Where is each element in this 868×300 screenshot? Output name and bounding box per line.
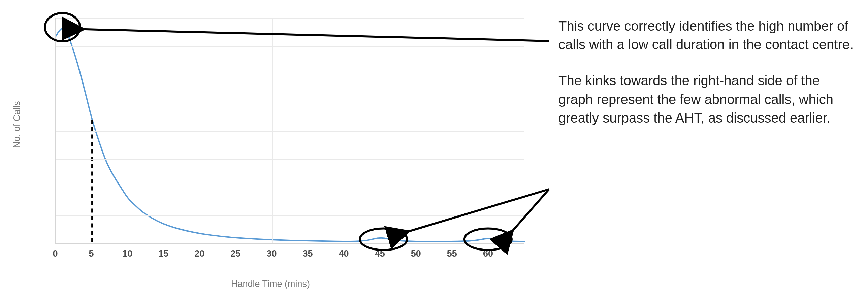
x-tick: 15 — [153, 248, 174, 259]
x-tick: 30 — [261, 248, 282, 259]
gridline-v — [525, 18, 525, 243]
x-tick: 20 — [189, 248, 210, 259]
gridline-h — [56, 18, 524, 19]
y-axis-label: No. of Calls — [12, 101, 22, 148]
x-tick: 60 — [478, 248, 498, 259]
gridline-v — [272, 18, 273, 243]
annotation-peak: This curve correctly identifies the high… — [558, 17, 855, 54]
x-tick: 5 — [81, 248, 101, 259]
x-tick: 45 — [370, 248, 390, 259]
gridline-h — [56, 215, 524, 216]
x-tick: 35 — [298, 248, 318, 259]
x-tick: 10 — [117, 248, 137, 259]
x-tick: 25 — [225, 248, 246, 259]
gridline-h — [56, 159, 524, 160]
annotation-text-panel: This curve correctly identifies the high… — [538, 0, 868, 300]
x-tick: 55 — [442, 248, 462, 259]
annotation-kinks: The kinks towards the right-hand side of… — [558, 71, 855, 127]
gridline-h — [56, 188, 524, 188]
x-tick: 40 — [334, 248, 354, 259]
chart-container: 051015202530354045505560 No. of Calls Ha… — [3, 3, 538, 297]
gridline-h — [56, 46, 524, 47]
gridline-h — [56, 75, 524, 75]
x-tick: 0 — [45, 248, 65, 259]
chart-plot-area — [55, 18, 524, 244]
x-axis-label: Handle Time (mins) — [231, 279, 310, 289]
gridline-h — [56, 103, 524, 103]
gridline-h — [56, 131, 524, 132]
x-tick: 50 — [406, 248, 426, 259]
